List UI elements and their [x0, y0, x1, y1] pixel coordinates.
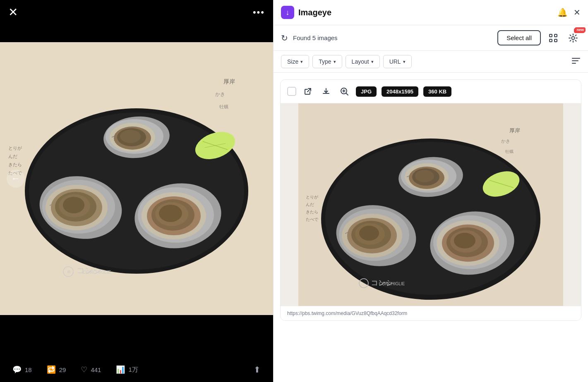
more-button[interactable]: ••• [253, 7, 265, 18]
settings-wrapper: new [566, 31, 581, 45]
svg-text:かき: かき [215, 91, 225, 97]
svg-point-33 [159, 205, 182, 222]
extension-logo: ↓ [281, 6, 294, 19]
external-link-icon [304, 87, 312, 96]
svg-rect-39 [554, 34, 557, 37]
svg-point-19 [120, 130, 141, 143]
scan-icon [549, 33, 558, 43]
svg-text:きたら: きたら [8, 162, 22, 167]
left-panel: ✕ ••• 厚岸 かき 牡蠣 とりが んだ きたら たべで [0, 0, 273, 382]
search-lens-icon [340, 87, 349, 96]
oyster-image-background: 厚岸 かき 牡蠣 とりが んだ きたら たべで [0, 42, 273, 315]
download-icon: ↓ [286, 8, 290, 17]
svg-text:厚岸: 厚岸 [509, 127, 520, 134]
main-image-area: 厚岸 かき 牡蠣 とりが んだ きたら たべで [0, 0, 273, 357]
filesize-tag: 360 KB [423, 86, 451, 97]
open-external-button[interactable] [301, 85, 314, 98]
extension-header: ↓ Imageye 🔔 ✕ [274, 0, 588, 25]
imageye-toolbar: ↻ Found 5 images Select all new [274, 25, 588, 51]
image-card-container: JPG 2048x1595 360 KB 厚岸 かき 牡蠣 とりが んだ きたら [274, 73, 588, 382]
svg-point-42 [572, 36, 575, 39]
size-filter-button[interactable]: Size ▾ [281, 55, 309, 68]
dimensions-tag: 2048x1595 [382, 86, 418, 97]
svg-text:とりが: とりが [306, 195, 319, 199]
svg-point-75 [359, 226, 379, 241]
svg-point-68 [415, 170, 434, 182]
settings-icon [569, 33, 578, 43]
view-count: 1万 [128, 366, 138, 374]
svg-rect-41 [554, 39, 557, 42]
download-icon [322, 87, 330, 96]
image-checkbox[interactable] [287, 87, 296, 96]
header-actions: 🔔 ✕ [557, 7, 581, 17]
svg-text:コンシ: コンシ [77, 266, 101, 275]
scan-button[interactable] [546, 31, 561, 45]
sort-button[interactable] [571, 57, 581, 67]
svg-point-82 [454, 233, 475, 248]
url-filter-label: URL [389, 58, 401, 65]
svg-text:コンシ: コンシ [371, 279, 393, 287]
close-button[interactable]: ✕ [8, 7, 18, 18]
image-url: https://pbs.twimg.com/media/GVuz8QfbqAAq… [281, 306, 581, 320]
reverse-search-button[interactable] [338, 85, 351, 98]
oyster-plate-image: 厚岸 かき 牡蠣 とりが んだ きたら たべで [0, 42, 273, 315]
extension-title: Imageye [298, 8, 331, 17]
type-filter-button[interactable]: Type ▾ [312, 55, 342, 68]
svg-rect-38 [550, 34, 552, 37]
heart-icon: ♡ [81, 365, 87, 374]
comment-count: 18 [25, 366, 32, 373]
refresh-button[interactable]: ↻ [281, 33, 288, 43]
filter-bar: Size ▾ Type ▾ Layout ▾ URL ▾ [274, 51, 588, 73]
imageye-panel: ↓ Imageye 🔔 ✕ ↻ Found 5 images Select al… [273, 0, 588, 382]
retweet-count: 29 [59, 366, 66, 373]
found-images-text: Found 5 images [293, 34, 492, 41]
svg-text:かき: かき [501, 138, 510, 143]
card-toolbar: JPG 2048x1595 360 KB [281, 80, 581, 103]
svg-text:きたら: きたら [306, 210, 318, 214]
select-all-button[interactable]: Select all [497, 30, 541, 45]
bottom-bar: 💬 18 🔁 29 ♡ 441 📊 1万 ⬆ [0, 357, 273, 382]
svg-line-47 [346, 93, 348, 96]
layout-filter-label: Layout [352, 58, 369, 65]
top-bar: ✕ ••• [0, 0, 273, 25]
url-chevron-icon: ▾ [403, 59, 406, 64]
like-stat: ♡ 441 [81, 365, 101, 374]
image-card: JPG 2048x1595 360 KB 厚岸 かき 牡蠣 とりが んだ きたら [280, 79, 581, 321]
layout-filter-button[interactable]: Layout ▾ [346, 55, 380, 68]
type-filter-label: Type [319, 58, 331, 65]
svg-rect-40 [550, 39, 552, 42]
notification-button[interactable]: 🔔 [557, 7, 568, 17]
svg-text:⊕: ⊕ [67, 269, 71, 274]
url-filter-button[interactable]: URL ▾ [383, 55, 412, 68]
svg-text:厚岸: 厚岸 [223, 79, 235, 85]
sort-icon [571, 57, 581, 64]
download-image-button[interactable] [319, 85, 333, 98]
type-chevron-icon: ▾ [334, 59, 336, 64]
layout-chevron-icon: ▾ [371, 59, 374, 64]
like-count: 441 [91, 366, 101, 373]
comment-icon: 💬 [12, 365, 22, 374]
new-badge: new [574, 28, 585, 33]
svg-point-26 [63, 197, 84, 213]
retweet-stat: 🔁 29 [47, 365, 66, 374]
svg-text:牡蠣: 牡蠣 [505, 149, 514, 154]
share-button[interactable]: ⬆ [254, 365, 261, 375]
size-chevron-icon: ▾ [300, 59, 303, 64]
prev-image-button[interactable]: ← [7, 170, 25, 188]
view-stat: 📊 1万 [116, 365, 138, 374]
svg-text:たべで: たべで [306, 217, 319, 222]
format-tag: JPG [356, 86, 377, 97]
size-filter-label: Size [287, 58, 298, 65]
card-image-wrapper: 厚岸 かき 牡蠣 とりが んだ きたら たべで [281, 103, 581, 306]
close-extension-button[interactable]: ✕ [574, 7, 581, 17]
svg-text:んだ: んだ [306, 202, 314, 207]
extension-title-area: ↓ Imageye [281, 6, 331, 19]
svg-text:とりが: とりが [8, 146, 22, 150]
retweet-icon: 🔁 [47, 365, 56, 374]
card-oyster-image: 厚岸 かき 牡蠣 とりが んだ きたら たべで [281, 103, 581, 306]
svg-text:んだ: んだ [8, 154, 17, 159]
svg-text:牡蠣: 牡蠣 [219, 104, 228, 109]
comment-stat: 💬 18 [12, 365, 32, 374]
chart-icon: 📊 [116, 365, 125, 374]
